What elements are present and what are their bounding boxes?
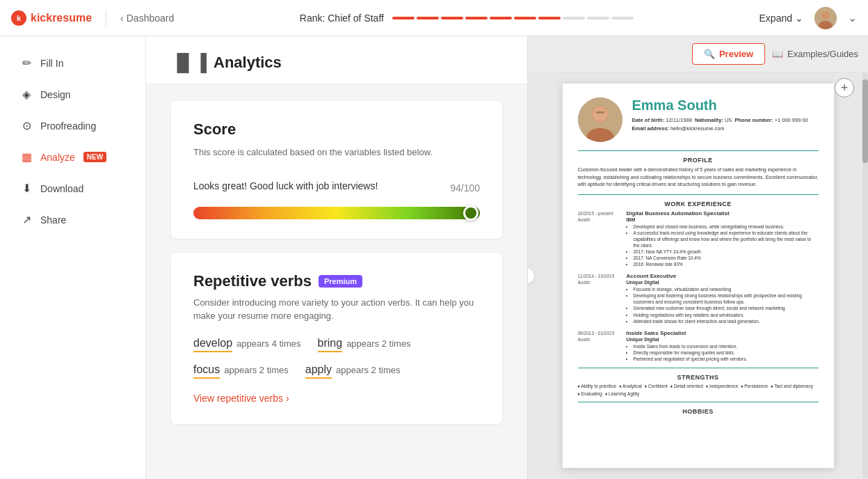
analytics-chart-icon: ▐▌▐ (171, 53, 207, 72)
expand-button[interactable]: Expand ⌄ (760, 13, 803, 24)
download-icon: ⬇ (19, 182, 33, 195)
resume-job-3: 08/2013 - 01/2015 Austin Inside Sales Sp… (578, 330, 819, 362)
sidebar-item-label: Download (40, 183, 83, 194)
analytics-header: ▐▌▐ Analytics (146, 36, 527, 84)
resume-job-1-date: 10/2015 - present Austin (578, 210, 620, 268)
rank-segment-10 (611, 17, 634, 19)
resume-divider-strengths (578, 368, 819, 368)
view-repetitive-verbs-link[interactable]: View repetitive verbs › (193, 393, 289, 404)
examples-guides-button[interactable]: 📖 Examples/Guides (772, 49, 858, 59)
proofreading-icon: ⊙ (19, 119, 33, 132)
list-item: 2017: New NA YTY 24.4% growth (634, 249, 819, 255)
resume-strengths: Ability to prioritize Analytical Confide… (578, 384, 819, 396)
back-chevron-icon: ‹ (120, 13, 124, 24)
resume-section-work: Work experience (578, 201, 819, 207)
svg-rect-7 (596, 111, 604, 113)
chevron-right-icon: › (286, 393, 289, 404)
sidebar-item-label: Proofreading (40, 120, 96, 132)
strength-6: Persistence (741, 384, 768, 388)
avatar-image (814, 7, 837, 29)
strength-1: Ability to prioritize (578, 384, 617, 388)
sidebar-item-label: Analyze (40, 152, 75, 163)
list-item: A successful track-record using knowledg… (634, 230, 819, 249)
top-navigation: k kickresume ‹ Dashboard Rank: Chief of … (0, 0, 868, 36)
sidebar-item-analyze[interactable]: ▦ Analyze NEW (6, 142, 140, 172)
score-title: Score (193, 120, 480, 139)
verbs-row-1: develop appears 4 times bring appears 2 … (193, 337, 480, 352)
svg-point-6 (593, 107, 608, 122)
score-message: Looks great! Good luck with job intervie… (193, 180, 378, 191)
rank-segment-6 (514, 17, 536, 19)
rank-segment-4 (465, 17, 488, 19)
user-dropdown-icon[interactable]: ⌄ (848, 11, 857, 24)
sidebar-item-proofreading[interactable]: ⊙ Proofreading (6, 111, 140, 141)
sidebar-item-fill-in[interactable]: ✏ Fill In (6, 48, 140, 78)
list-item: 2017: NA Conversion Rate 10.4% (634, 255, 819, 261)
rank-segment-9 (587, 17, 609, 19)
score-max: /100 (461, 182, 480, 194)
verb-item-apply: apply appears 2 times (305, 363, 401, 379)
resume-job-1-bullets: Developed and closed new business, while… (627, 223, 819, 268)
resume-job-1: 10/2015 - present Austin Digital Busines… (578, 210, 819, 268)
strength-3: Confident (645, 384, 668, 388)
resume-toolbar: 🔍 Preview 📖 Examples/Guides (528, 36, 868, 72)
sidebar-item-design[interactable]: ◈ Design (6, 79, 140, 109)
expand-label: Expand (760, 13, 792, 24)
resume-job-1-title: Digital Business Automation Specialist (627, 210, 819, 217)
resume-profile-text: Customer-focused leader with a demonstra… (578, 166, 819, 189)
resume-meta: Date of birth: 12/11/1988 Nationality: U… (632, 116, 808, 133)
resume-job-2-company: Unique Digital (627, 280, 819, 285)
add-section-button[interactable]: + (835, 78, 854, 97)
logo[interactable]: k kickresume (11, 10, 92, 26)
search-icon: 🔍 (704, 49, 715, 59)
verb-word: bring (318, 337, 343, 352)
verb-word: apply (305, 363, 332, 379)
resume-job-2-content: Account Executive Unique Digital Focused… (627, 273, 819, 324)
rank-segment-5 (490, 17, 512, 19)
sidebar-item-share[interactable]: ↗ Share (6, 205, 140, 235)
list-item: Developing and fostering strong business… (634, 292, 819, 305)
design-icon: ◈ (19, 88, 33, 101)
verb-count: appears 2 times (224, 365, 289, 375)
list-item: Directly responsible for managing quotes… (634, 350, 819, 356)
score-row: Looks great! Good luck with job intervie… (193, 176, 480, 196)
resume-avatar (578, 97, 622, 142)
resume-divider-profile (578, 150, 819, 151)
repetitive-verbs-card: Repetitive verbs Premium Consider introd… (171, 253, 502, 424)
score-bar (193, 207, 480, 219)
sidebar: ✏ Fill In ◈ Design ⊙ Proofreading ▦ Anal… (0, 36, 146, 479)
resume-job-3-content: Inside Sales Specialist Unique Digital I… (627, 330, 819, 362)
main-layout: ✏ Fill In ◈ Design ⊙ Proofreading ▦ Anal… (0, 36, 868, 479)
logo-text: kickresume (31, 12, 92, 24)
scrollbar-thumb[interactable] (862, 79, 868, 163)
resume-job-3-company: Unique Digital (627, 337, 819, 342)
verb-count: appears 2 times (346, 338, 411, 349)
scrollbar-track[interactable] (862, 72, 868, 479)
resume-photo (578, 97, 622, 142)
avatar[interactable] (814, 7, 837, 29)
panel-collapse-toggle[interactable]: ‹ (528, 267, 535, 284)
book-icon: 📖 (772, 49, 783, 59)
sidebar-item-download[interactable]: ⬇ Download (6, 173, 140, 203)
resume-job-1-content: Digital Business Automation Specialist I… (627, 210, 819, 268)
dashboard-back-button[interactable]: ‹ Dashboard (120, 13, 174, 24)
resume-job-3-date: 08/2013 - 01/2015 Austin (578, 330, 620, 362)
sidebar-item-label: Share (40, 214, 66, 226)
list-item: Inside Sales from leads to conversion an… (634, 343, 819, 350)
resume-name: Emma South (632, 97, 808, 113)
rank-segment-3 (441, 17, 463, 19)
rank-segment-8 (563, 17, 585, 19)
score-card: Score This score is calculated based on … (171, 101, 502, 239)
edit-icon: ✏ (19, 56, 33, 70)
premium-badge: Premium (319, 275, 362, 288)
verb-word: focus (193, 363, 220, 379)
svg-point-1 (821, 11, 830, 19)
preview-button[interactable]: 🔍 Preview (692, 43, 765, 65)
strength-5: Independence (706, 384, 738, 388)
analytics-panel: ▐▌▐ Analytics Score This score is calcul… (146, 36, 527, 479)
strength-9: Learning Agility (605, 391, 639, 396)
rep-verbs-title: Repetitive verbs Premium (193, 272, 480, 290)
verb-item-develop: develop appears 4 times (193, 337, 301, 352)
analytics-body: Score This score is calculated based on … (146, 84, 527, 455)
resume-document: Emma South Date of birth: 12/11/1988 Nat… (563, 84, 834, 468)
